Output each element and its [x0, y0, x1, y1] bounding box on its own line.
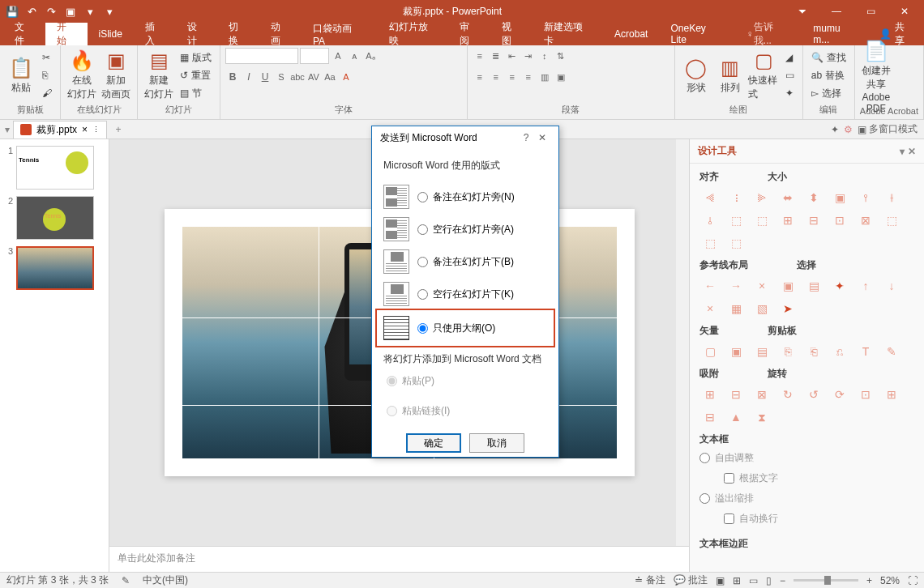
gear-icon[interactable]: ⚙ — [844, 124, 853, 135]
decrease-font-icon[interactable]: ᴀ — [347, 49, 361, 63]
save-icon[interactable]: 💾 — [3, 2, 21, 20]
paste-button[interactable]: 📋粘贴 — [5, 49, 37, 102]
document-tab[interactable]: 裁剪.pptx × ⋮ — [13, 121, 107, 138]
rotate-icon[interactable]: ⟳ — [829, 386, 850, 403]
guide-icon[interactable]: → — [725, 277, 746, 295]
clip-icon[interactable]: ⎗ — [803, 343, 824, 360]
shape-fill-icon[interactable]: ◢ — [782, 49, 798, 66]
same-height-icon[interactable]: ⬍ — [803, 189, 824, 207]
align-ico[interactable]: ⬚ — [881, 211, 902, 229]
align-left-icon[interactable]: ⫷ — [699, 189, 721, 207]
increase-font-icon[interactable]: A — [331, 49, 345, 63]
multiwindow-button[interactable]: ▣ 多窗口模式 — [858, 122, 918, 136]
align-bottom-icon[interactable]: ⫰ — [699, 211, 721, 229]
notes-pane[interactable]: 单击此处添加备注 — [109, 546, 689, 572]
section-button[interactable]: ▤ 节 — [177, 85, 215, 101]
paste-link-radio[interactable]: 粘贴链接(I) — [387, 404, 450, 418]
fit-window-icon[interactable]: ⛶ — [908, 575, 918, 586]
magic-wand-icon[interactable]: ✦ — [829, 277, 850, 295]
layout-option-notes-beside[interactable]: 备注在幻灯片旁(N) — [383, 181, 547, 213]
layout-option-blank-beside[interactable]: 空行在幻灯片旁(A) — [383, 213, 547, 245]
font-size-input[interactable] — [300, 48, 329, 64]
thumbnail-3[interactable]: 3 — [3, 246, 105, 290]
ribbon-options-icon[interactable]: ⏷ — [786, 2, 819, 20]
vector-icon[interactable]: ▤ — [751, 343, 772, 360]
slideshow-view-icon[interactable]: ▯ — [766, 575, 772, 586]
minimize-icon[interactable]: — — [820, 2, 853, 20]
layout-option-blank-below[interactable]: 空行在幻灯片下(K) — [383, 278, 547, 310]
spacing-icon[interactable]: AV — [306, 70, 321, 84]
same-size-icon[interactable]: ▣ — [829, 189, 850, 207]
guide-icon[interactable]: × — [751, 277, 772, 295]
tab-file[interactable]: 文件 — [3, 23, 45, 45]
snap-icon[interactable]: ⊟ — [725, 386, 746, 403]
align-top-icon[interactable]: ⫯ — [855, 189, 876, 207]
linespace-icon[interactable]: ↕ — [537, 49, 552, 63]
indent-dec-icon[interactable]: ⇤ — [505, 49, 520, 63]
vector-icon[interactable]: T — [855, 343, 876, 360]
start-slideshow-icon[interactable]: ▣ — [62, 2, 79, 20]
copy-button[interactable]: ⎘ — [39, 67, 55, 83]
tab-menu-icon[interactable]: ⋮ — [92, 126, 100, 134]
thumbnail-2[interactable]: 2 Tennis — [3, 196, 105, 240]
spellcheck-icon[interactable]: ✎ — [122, 575, 130, 586]
rotate-icon[interactable]: ⧗ — [751, 408, 772, 426]
close-icon[interactable]: ✕ — [888, 2, 921, 20]
cut-button[interactable]: ✂ — [39, 49, 55, 66]
rotate-icon[interactable]: ↻ — [777, 386, 798, 403]
textbox-autowrap-check[interactable]: 自动换行 — [724, 512, 778, 526]
font-color-icon[interactable]: A — [339, 70, 353, 84]
online-slide-button[interactable]: 🔥在线 幻灯片 — [66, 49, 98, 102]
cancel-button[interactable]: 取消 — [469, 433, 524, 453]
new-slide-button[interactable]: ▤新建 幻灯片 — [143, 49, 175, 102]
same-width-icon[interactable]: ⬌ — [777, 189, 798, 207]
tab-transitions[interactable]: 切换 — [217, 23, 259, 45]
bullets-icon[interactable]: ≡ — [473, 49, 487, 63]
zoom-out-icon[interactable]: − — [780, 575, 785, 586]
replace-button[interactable]: ab 替换 — [808, 67, 849, 83]
tab-home[interactable]: 开始 — [45, 23, 88, 45]
tab-onekey[interactable]: OneKey Lite — [659, 23, 734, 45]
numbering-icon[interactable]: ≣ — [489, 49, 503, 63]
arrange-button[interactable]: ▥排列 — [714, 49, 746, 102]
layout-option-notes-below[interactable]: 备注在幻灯片下(B) — [383, 245, 547, 278]
tab-view[interactable]: 视图 — [490, 23, 533, 45]
select-icon[interactable]: ▣ — [777, 277, 798, 295]
strike-icon[interactable]: S — [274, 70, 289, 84]
sorter-view-icon[interactable]: ⊞ — [733, 575, 741, 586]
cursor-icon[interactable]: ➤ — [777, 300, 798, 317]
qat-more-icon[interactable]: ▾ — [81, 2, 99, 20]
vertical-scrollbar[interactable] — [676, 139, 689, 546]
dist-h-icon[interactable]: ⬚ — [725, 211, 746, 229]
snap-icon[interactable]: ⊞ — [881, 386, 902, 403]
find-button[interactable]: 🔍 查找 — [808, 49, 849, 66]
textbox-bytext-radio[interactable]: 根据文字 — [724, 471, 778, 485]
dialog-help-icon[interactable]: ? — [518, 132, 534, 143]
new-anim-button[interactable]: ▣新加 动画页 — [100, 49, 132, 102]
bold-icon[interactable]: B — [225, 70, 240, 84]
guide-icon[interactable]: ↑ — [855, 277, 876, 295]
font-family-input[interactable] — [225, 48, 298, 64]
zoom-in-icon[interactable]: + — [866, 575, 872, 586]
layout-button[interactable]: ▦ 版式 — [177, 49, 215, 66]
maximize-icon[interactable]: ▭ — [854, 2, 887, 20]
language-status[interactable]: 中文(中国) — [143, 573, 188, 587]
shape-outline-icon[interactable]: ▭ — [782, 67, 798, 83]
paste-radio[interactable]: 粘贴(P) — [387, 374, 547, 388]
tab-insert[interactable]: 插入 — [134, 23, 176, 45]
create-pdf-button[interactable]: 📄创建并共享 Adobe PDF — [860, 50, 892, 104]
clip-icon[interactable]: ⎘ — [777, 343, 798, 360]
dialog-close-icon[interactable]: ✕ — [534, 132, 550, 143]
justify-icon[interactable]: ≡ — [521, 70, 536, 84]
islide-extra-icon[interactable]: ✦ — [831, 124, 839, 135]
guide-icon[interactable]: ← — [699, 277, 721, 295]
snap-icon[interactable]: ⊡ — [855, 386, 876, 403]
user-account[interactable]: mumu m... — [802, 23, 870, 45]
layout-option-outline-only[interactable]: 只使用大纲(O) — [379, 312, 552, 344]
snap-icon[interactable]: ⊞ — [699, 386, 721, 403]
vector-icon[interactable]: ▢ — [699, 343, 721, 360]
snap-icon[interactable]: ⊠ — [751, 386, 772, 403]
textbox-auto-radio[interactable]: 自由调整 — [699, 451, 914, 465]
qat-extra-icon[interactable]: ▾ — [101, 2, 118, 20]
panel-menu-icon[interactable]: ▾ — [900, 146, 905, 157]
